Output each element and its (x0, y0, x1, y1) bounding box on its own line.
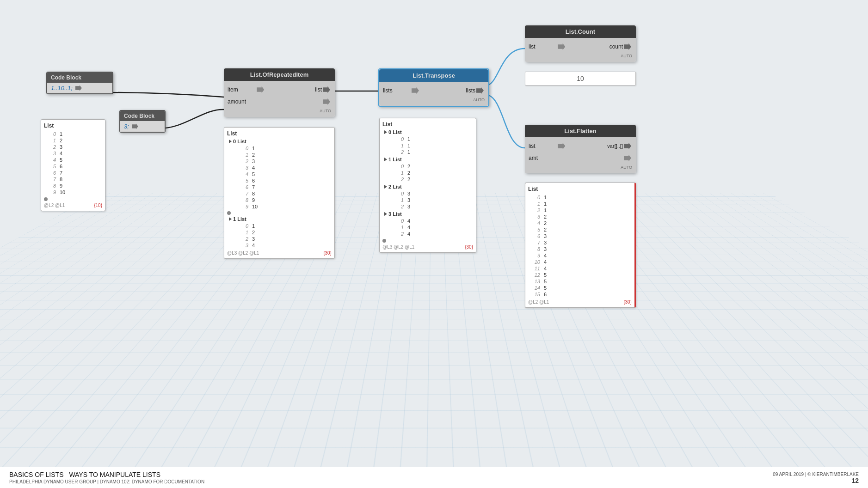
amt-arrow (624, 154, 631, 162)
item-port-label: item (228, 86, 256, 93)
cb-list-footer: @L2 @L1 {10} (44, 203, 102, 208)
code-block-1-header: Code Block (47, 73, 112, 83)
amount-port-arrow (323, 98, 330, 105)
code-block-2-header: Code Block (120, 111, 165, 121)
repeated-sub-1-items: 01 12 23 34 (227, 223, 332, 249)
list-flatten-node[interactable]: List.Flatten list var[]..[] amt AUTO (525, 125, 636, 173)
list-of-repeated-item-body: item list amount AUTO (224, 81, 335, 117)
var-out-arrow (624, 142, 631, 150)
item-port-row: item list (224, 84, 335, 96)
list-transpose-body: lists lists AUTO (379, 82, 488, 106)
trans-sub-1-title: 1 List (384, 157, 473, 162)
list-count-body: list count AUTO (525, 38, 636, 62)
code-block-1-out-arrow (75, 85, 82, 92)
list-of-repeated-item-header: List.OfRepeatedItem (224, 68, 335, 81)
list-count-auto: AUTO (525, 53, 636, 59)
list-row-6: 67 (44, 170, 102, 176)
list-row-5: 56 (44, 163, 102, 170)
amount-port-row: amount (224, 96, 335, 108)
lists-out-label: lists (448, 87, 475, 94)
list-of-repeated-item-node[interactable]: List.OfRepeatedItem item list amount AUT… (224, 68, 335, 117)
list-row-8: 89 (44, 183, 102, 189)
list-transpose-node[interactable]: List.Transpose lists lists AUTO (378, 68, 489, 107)
code-block-2-body: 3; (120, 121, 165, 132)
list-row-1: 12 (44, 137, 102, 144)
transpose-list-port (382, 239, 386, 243)
amt-label: amt (529, 155, 623, 161)
item-port-arrow (257, 86, 264, 93)
flatten-list-footer: @L2 @L1 {30} (528, 299, 632, 305)
list-flatten-auto: AUTO (525, 164, 636, 171)
trans-sub-3-items: 04 14 24 (382, 218, 473, 237)
list-of-repeated-item-auto: AUTO (224, 108, 335, 114)
cb-list-port (44, 197, 48, 201)
lists-in-row: lists lists (379, 85, 488, 97)
list-out-arrow (323, 86, 330, 93)
list-in-count-label: list (529, 43, 557, 50)
list-in-count-row: list count (525, 41, 636, 53)
list-flatten-in-label: list (529, 143, 557, 149)
count-out-arrow (624, 43, 631, 50)
list-count-node[interactable]: List.Count list count AUTO (525, 25, 636, 62)
list-flatten-body: list var[]..[] amt AUTO (525, 137, 636, 173)
list-row-2: 23 (44, 144, 102, 150)
list-transpose-header: List.Transpose (379, 69, 488, 82)
code-block-1-body: 1..10..1; (47, 83, 112, 93)
repeated-sub-1-title: 1 List (229, 216, 332, 222)
list-transpose-auto: AUTO (379, 97, 488, 103)
list-row-4: 45 (44, 157, 102, 163)
amount-port-label: amount (228, 98, 322, 105)
transpose-list-title: List (382, 121, 473, 128)
repeated-item-output-list: List 0 List 01 12 23 34 45 56 67 78 89 9… (224, 127, 335, 259)
list-count-header: List.Count (525, 25, 636, 38)
lists-out-arrow (476, 87, 484, 94)
var-out-label: var[]..[] (595, 143, 623, 149)
trans-sub-1-items: 02 12 22 (382, 163, 473, 183)
list-row-3: 34 (44, 150, 102, 157)
count-out-label: count (595, 43, 623, 50)
footer-left: BASICS OF LISTS WAYS TO MANIPULATE LISTS… (9, 471, 204, 484)
code-block-2-out-arrow (132, 123, 138, 130)
lists-in-label: lists (383, 87, 411, 94)
list-in-count-arrow (558, 43, 565, 50)
list-row-7: 78 (44, 176, 102, 183)
flatten-output-list: List 01 11 21 32 42 52 63 73 83 94 104 1… (525, 183, 636, 308)
list-out-label: list (294, 86, 322, 93)
code-block-1-code: 1..10..1; (51, 85, 73, 92)
cb-list-title: List (44, 122, 102, 129)
transpose-list-footer: @L3 @L2 @L1 {30} (382, 244, 473, 250)
amt-row: amt (525, 152, 636, 164)
footer: BASICS OF LISTS WAYS TO MANIPULATE LISTS… (0, 467, 868, 488)
repeated-sub-port (227, 211, 231, 215)
transpose-output-list: List 0 List 01 11 21 1 List 02 12 22 2 L… (379, 118, 476, 253)
lists-in-arrow (412, 87, 419, 94)
list-flatten-header: List.Flatten (525, 125, 636, 137)
code-block-2-code: 3; (124, 123, 129, 130)
code-block-1: Code Block 1..10..1; (46, 72, 113, 94)
footer-subtitle: PHILADELPHIA DYNAMO USER GROUP | DYNAMO … (9, 479, 204, 484)
code-block-output-list: List 01 12 23 34 45 56 67 78 89 910 @L2 … (41, 119, 105, 211)
count-output-box: 10 (525, 72, 636, 85)
trans-sub-2-title: 2 List (384, 184, 473, 189)
flatten-list-title: List (528, 186, 632, 192)
trans-sub-2-items: 03 13 23 (382, 190, 473, 210)
code-block-2: Code Block 3; (119, 110, 166, 133)
repeated-sub-0-items: 01 12 23 34 45 56 67 78 89 910 (227, 145, 332, 210)
count-value: 10 (577, 75, 584, 82)
trans-sub-0-title: 0 List (384, 129, 473, 135)
repeated-list-footer: @L3 @L2 @L1 {30} (227, 250, 332, 256)
footer-title: BASICS OF LISTS WAYS TO MANIPULATE LISTS (9, 471, 204, 478)
repeated-sub-0-title: 0 List (229, 139, 332, 144)
trans-sub-0-items: 01 11 21 (382, 136, 473, 155)
page-number: 12 (773, 477, 859, 484)
list-flatten-in-row: list var[]..[] (525, 140, 636, 152)
trans-sub-3-title: 3 List (384, 211, 473, 217)
list-row-9: 910 (44, 189, 102, 195)
list-flatten-in-arrow (558, 142, 565, 150)
footer-right: 09 APRIL 2019 | © KIERANTIMBERLAKE 12 (773, 472, 859, 484)
repeated-list-title: List (227, 130, 332, 137)
list-row-0: 01 (44, 131, 102, 137)
